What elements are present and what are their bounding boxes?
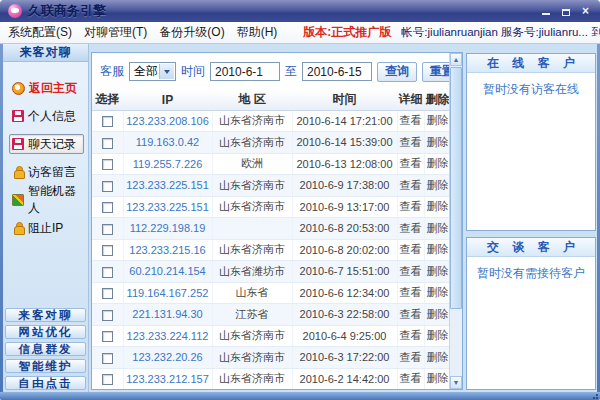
view-link[interactable]: 查看 — [400, 136, 422, 148]
row-checkbox[interactable] — [102, 353, 113, 364]
row-checkbox[interactable] — [102, 288, 113, 299]
row-checkbox[interactable] — [102, 181, 113, 192]
ip-link[interactable]: 123.233.225.151 — [126, 201, 209, 213]
ip-link[interactable]: 123.233.208.106 — [126, 115, 209, 127]
delete-link[interactable]: 删除 — [427, 243, 449, 255]
ip-link[interactable]: 123.233.215.16 — [129, 244, 205, 256]
view-link[interactable]: 查看 — [400, 308, 422, 320]
delete-link[interactable]: 删除 — [427, 286, 449, 298]
minimize-button[interactable] — [539, 5, 552, 17]
chevron-down-icon[interactable] — [159, 64, 174, 79]
sidebar-item-chat-history[interactable]: 聊天记录 — [9, 134, 84, 154]
view-link[interactable]: 查看 — [400, 351, 422, 363]
vertical-scrollbar[interactable]: ▲ ▼ — [449, 53, 462, 389]
nav-free-click[interactable]: 自由点击 — [5, 376, 86, 390]
header-delete: 删除 — [424, 90, 449, 110]
agent-select[interactable]: 全部 — [129, 62, 176, 81]
sidebar-item-block-ip[interactable]: 阻止IP — [9, 218, 84, 238]
ip-link[interactable]: 221.131.94.30 — [132, 308, 202, 320]
records-table-wrap: 选择 IP 地 区 时间 详细 删除 123.233.208.106山东省济南市… — [92, 90, 449, 389]
row-checkbox[interactable] — [102, 224, 113, 235]
view-link[interactable]: 查看 — [400, 286, 422, 298]
view-link[interactable]: 查看 — [400, 372, 422, 384]
ip-link[interactable]: 112.229.198.19 — [130, 222, 206, 234]
records-table: 选择 IP 地 区 时间 详细 删除 123.233.208.106山东省济南市… — [92, 90, 449, 389]
resize-grip[interactable] — [590, 392, 598, 399]
row-checkbox[interactable] — [102, 267, 113, 278]
header-detail: 详细 — [397, 90, 424, 110]
delete-link[interactable]: 删除 — [427, 179, 449, 191]
sidebar-item-profile[interactable]: 个人信息 — [9, 106, 84, 126]
row-checkbox[interactable] — [102, 138, 113, 149]
ip-link[interactable]: 119.164.167.252 — [127, 287, 209, 299]
region-cell: 山东省济南市 — [212, 196, 292, 218]
row-checkbox[interactable] — [102, 245, 113, 256]
delete-link[interactable]: 删除 — [427, 329, 449, 341]
menu-system-config[interactable]: 系统配置(S) — [8, 24, 72, 41]
date-to-input[interactable] — [302, 62, 372, 81]
menu-help[interactable]: 帮助(H) — [237, 24, 278, 41]
time-cell: 2010-6-14 15:39:00 — [292, 132, 397, 154]
sidebar-item-return-home[interactable]: 返回主页 — [9, 78, 84, 98]
table-row: 119.255.7.226欧洲2010-6-13 12:08:00查看删除 — [92, 153, 449, 175]
date-from-input[interactable] — [210, 62, 280, 81]
delete-link[interactable]: 删除 — [427, 157, 449, 169]
scroll-up-icon[interactable]: ▲ — [450, 53, 462, 66]
chatting-customers-empty-message: 暂时没有需接待客户 — [467, 257, 595, 282]
view-link[interactable]: 查看 — [400, 222, 422, 234]
ip-link[interactable]: 123.233.212.157 — [126, 373, 209, 385]
menu-chat-manage[interactable]: 对聊管理(T) — [84, 24, 147, 41]
view-link[interactable]: 查看 — [400, 179, 422, 191]
delete-link[interactable]: 删除 — [427, 265, 449, 277]
nav-message-broadcast[interactable]: 信息群发 — [5, 342, 86, 356]
region-cell: 江苏省 — [212, 304, 292, 326]
nav-visitor-chat[interactable]: 来客对聊 — [5, 308, 86, 322]
maximize-icon — [562, 9, 570, 16]
ip-link[interactable]: 60.210.214.154 — [129, 265, 205, 277]
ip-link[interactable]: 123.233.225.151 — [126, 179, 209, 191]
menu-backup-upgrade[interactable]: 备份升级(O) — [159, 24, 224, 41]
scroll-down-icon[interactable]: ▼ — [450, 376, 462, 389]
time-cell: 2010-6-6 12:34:00 — [292, 282, 397, 304]
row-checkbox[interactable] — [102, 202, 113, 213]
delete-link[interactable]: 删除 — [427, 200, 449, 212]
online-customers-title: 在 线 客 户 — [467, 54, 595, 73]
view-link[interactable]: 查看 — [400, 265, 422, 277]
row-checkbox[interactable] — [102, 159, 113, 170]
sidebar-item-visitor-messages[interactable]: 访客留言 — [9, 162, 84, 182]
view-link[interactable]: 查看 — [400, 114, 422, 126]
row-checkbox[interactable] — [102, 116, 113, 127]
row-checkbox[interactable] — [102, 374, 113, 385]
view-link[interactable]: 查看 — [400, 157, 422, 169]
view-link[interactable]: 查看 — [400, 243, 422, 255]
view-link[interactable]: 查看 — [400, 200, 422, 212]
ip-link[interactable]: 123.232.20.26 — [132, 351, 202, 363]
nav-smart-maintain[interactable]: 智能维护 — [5, 359, 86, 373]
sidebar-item-smart-robot[interactable]: 智能机器人 — [9, 190, 84, 210]
sidebar-item-label: 访客留言 — [28, 164, 76, 181]
time-cell: 2010-6-3 17:22:00 — [292, 347, 397, 369]
time-cell: 2010-6-8 20:02:00 — [292, 239, 397, 261]
ip-link[interactable]: 119.163.0.42 — [136, 136, 199, 148]
scrollbar-thumb[interactable] — [450, 67, 462, 309]
nav-site-optimize[interactable]: 网站优化 — [5, 325, 86, 339]
ip-link[interactable]: 123.233.224.112 — [127, 330, 209, 342]
row-checkbox[interactable] — [102, 310, 113, 321]
delete-link[interactable]: 删除 — [427, 114, 449, 126]
maximize-button[interactable] — [559, 5, 572, 17]
search-button[interactable]: 查询 — [377, 62, 417, 82]
table-row: 123.233.224.112山东省济南市2010-6-4 9:25:00查看删… — [92, 325, 449, 347]
delete-link[interactable]: 删除 — [427, 222, 449, 234]
table-body: 123.233.208.106山东省济南市2010-6-14 17:21:00查… — [92, 110, 449, 389]
delete-link[interactable]: 删除 — [427, 351, 449, 363]
to-label: 至 — [285, 63, 297, 80]
close-button[interactable]: × — [579, 5, 592, 17]
delete-link[interactable]: 删除 — [427, 308, 449, 320]
ip-link[interactable]: 119.255.7.226 — [133, 158, 203, 170]
time-cell: 2010-6-4 9:25:00 — [292, 325, 397, 347]
view-link[interactable]: 查看 — [400, 329, 422, 341]
delete-link[interactable]: 删除 — [427, 372, 449, 384]
delete-link[interactable]: 删除 — [427, 136, 449, 148]
region-cell: 欧洲 — [212, 153, 292, 175]
row-checkbox[interactable] — [102, 331, 113, 342]
